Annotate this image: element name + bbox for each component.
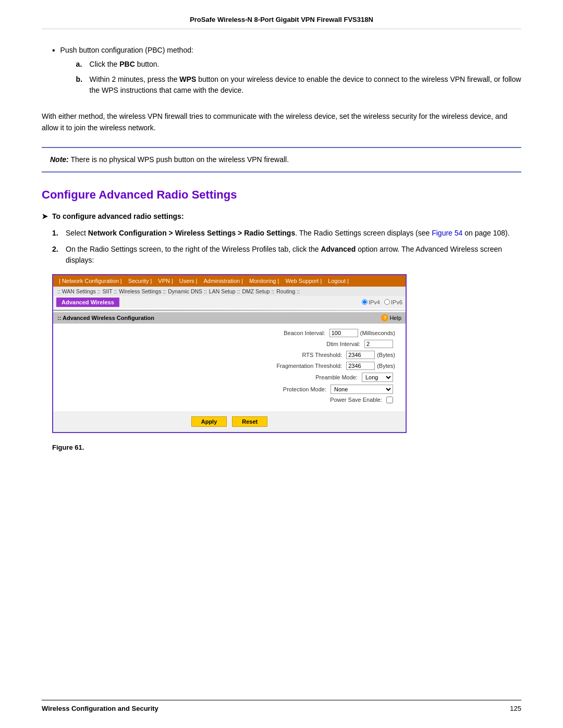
ss-button-row: Apply Reset xyxy=(53,411,406,432)
bullet-dot: • xyxy=(52,45,55,56)
ss-form-row-dtim: Dtim Interval: xyxy=(64,340,395,348)
intro-paragraph: With either method, the wireless VPN fir… xyxy=(42,110,521,134)
ss-radio-ipv4[interactable]: IPv4 xyxy=(362,299,380,305)
figure-label: Figure 61. xyxy=(52,443,521,451)
sub-label-a: a. xyxy=(76,59,87,70)
ss-form-row-frag: Fragmentation Threshold: (Bytes) xyxy=(64,362,395,370)
ss-label-beacon: Beacon Interval: xyxy=(221,330,325,336)
ss-nav-logout[interactable]: Logout | xyxy=(325,277,351,285)
bullet-item: • Push button configuration (PBC) method… xyxy=(52,45,521,100)
ss-label-rts: RTS Threshold: xyxy=(238,352,342,358)
ss-sub-routing[interactable]: Routing :: xyxy=(276,288,300,294)
ss-section-header: :: Advanced Wireless Configuration ? Hel… xyxy=(53,312,406,324)
task-heading-text: To configure advanced radio settings: xyxy=(52,212,184,220)
ss-sub-wan[interactable]: :: WAN Settings :: xyxy=(57,288,100,294)
screenshot: | Network Configuration | Security | VPN… xyxy=(52,274,407,433)
ss-sub-dmz[interactable]: DMZ Setup :: xyxy=(242,288,274,294)
ss-sub-lan[interactable]: LAN Setup :: xyxy=(209,288,240,294)
task-heading: ➤ To configure advanced radio settings: xyxy=(42,212,521,220)
ss-help-label: Help xyxy=(389,315,401,321)
ss-help-button[interactable]: ? Help xyxy=(381,314,401,322)
ss-input-beacon[interactable] xyxy=(329,329,358,337)
ss-label-powersave: Power Save Enable: xyxy=(278,397,382,403)
ss-nav-security[interactable]: Security | xyxy=(126,277,155,285)
ss-unit-frag: (Bytes) xyxy=(377,363,395,369)
numbered-item-1: 1. Select Network Configuration > Wirele… xyxy=(52,228,521,239)
bullet-text: Push button configuration (PBC) method: … xyxy=(60,45,521,100)
step-2-label: 2. xyxy=(52,244,64,266)
footer-page-number: 125 xyxy=(510,705,521,712)
ss-label-frag: Fragmentation Threshold: xyxy=(238,363,342,369)
ss-reset-button[interactable]: Reset xyxy=(232,416,267,427)
footer-left-text: Wireless Configuration and Security xyxy=(42,705,158,712)
sub-list: a. Click the PBC button. b. Within 2 min… xyxy=(76,59,521,96)
ss-form-row-rts: RTS Threshold: (Bytes) xyxy=(64,351,395,359)
ss-nav-network-config[interactable]: | Network Configuration | xyxy=(56,277,125,285)
numbered-item-2: 2. On the Radio Settings screen, to the … xyxy=(52,244,521,266)
ss-apply-button[interactable]: Apply xyxy=(191,416,227,427)
ss-input-frag[interactable] xyxy=(346,362,375,370)
ss-select-preamble[interactable]: Long Short xyxy=(362,373,393,382)
note-text: There is no physical WPS push button on … xyxy=(70,155,289,164)
ss-sub-nav: :: WAN Settings :: SIIT :: Wireless Sett… xyxy=(53,287,406,296)
numbered-list: 1. Select Network Configuration > Wirele… xyxy=(52,228,521,266)
ss-label-dtim: Dtim Interval: xyxy=(256,341,360,347)
ss-label-preamble: Preamble Mode: xyxy=(253,374,358,380)
ss-unit-rts: (Bytes) xyxy=(377,352,395,358)
ss-tab-row: Advanced Wireless IPv4 IPv6 xyxy=(53,296,406,309)
ss-nav-users[interactable]: Users | xyxy=(177,277,200,285)
ss-nav-monitoring[interactable]: Monitoring | xyxy=(247,277,282,285)
ss-label-protection: Protection Mode: xyxy=(222,386,326,392)
ss-input-dtim[interactable] xyxy=(364,340,393,348)
page-header: ProSafe Wireless-N 8-Port Gigabit VPN Fi… xyxy=(42,16,521,29)
step-1-label: 1. xyxy=(52,228,64,239)
sub-item-a: a. Click the PBC button. xyxy=(76,59,521,70)
note-box: Note: There is no physical WPS push butt… xyxy=(42,147,521,172)
note-label: Note: xyxy=(50,155,69,164)
ss-radio-ipv4-label: IPv4 xyxy=(369,299,380,305)
ss-section-title: :: Advanced Wireless Configuration xyxy=(57,315,154,321)
ss-sub-wireless[interactable]: Wireless Settings :: xyxy=(119,288,166,294)
ss-form-area: Beacon Interval: (Milliseconds) Dtim Int… xyxy=(53,324,406,411)
step-1-text: Select Network Configuration > Wireless … xyxy=(66,228,521,239)
ss-nav-bar: | Network Configuration | Security | VPN… xyxy=(53,275,406,287)
sub-label-b: b. xyxy=(76,74,87,96)
ss-form-row-powersave: Power Save Enable: xyxy=(64,397,395,403)
ss-radio-ipv6-input[interactable] xyxy=(384,299,390,305)
sub-text-a: Click the PBC button. xyxy=(90,59,521,70)
ss-nav-vpn[interactable]: VPN | xyxy=(155,277,176,285)
ss-nav-administration[interactable]: Administration | xyxy=(201,277,246,285)
ss-form-row-beacon: Beacon Interval: (Milliseconds) xyxy=(64,329,395,337)
header-title-text: ProSafe Wireless-N 8-Port Gigabit VPN Fi… xyxy=(190,16,373,23)
task-arrow: ➤ xyxy=(42,212,48,220)
ss-nav-websupport[interactable]: Web Support | xyxy=(283,277,324,285)
ss-tab-advanced-wireless[interactable]: Advanced Wireless xyxy=(56,298,119,307)
ss-form-row-protection: Protection Mode: None CTS-to-Self RTS/CT… xyxy=(64,385,395,394)
sub-text-b: Within 2 minutes, press the WPS button o… xyxy=(90,74,521,96)
sub-item-b: b. Within 2 minutes, press the WPS butto… xyxy=(76,74,521,96)
ss-divider xyxy=(53,310,406,311)
bullet-section: • Push button configuration (PBC) method… xyxy=(42,45,521,100)
ss-form-row-preamble: Preamble Mode: Long Short xyxy=(64,373,395,382)
ss-radio-group: IPv4 IPv6 xyxy=(362,299,402,305)
ss-input-rts[interactable] xyxy=(346,351,375,359)
ss-checkbox-powersave[interactable] xyxy=(386,397,393,403)
section-heading: Configure Advanced Radio Settings xyxy=(42,188,521,202)
figure-54-link[interactable]: Figure 54 xyxy=(432,229,462,237)
step-2-text: On the Radio Settings screen, to the rig… xyxy=(66,244,521,266)
ss-sub-siit[interactable]: SIIT :: xyxy=(102,288,117,294)
ss-radio-ipv6-label: IPv6 xyxy=(391,299,402,305)
ss-sub-ddns[interactable]: Dynamic DNS :: xyxy=(168,288,207,294)
ss-select-protection[interactable]: None CTS-to-Self RTS/CTS xyxy=(331,385,393,394)
ss-unit-beacon: (Milliseconds) xyxy=(360,330,395,336)
ss-radio-ipv4-input[interactable] xyxy=(362,299,368,305)
ss-radio-ipv6[interactable]: IPv6 xyxy=(384,299,402,305)
footer: Wireless Configuration and Security 125 xyxy=(42,700,521,712)
ss-help-icon: ? xyxy=(381,314,388,322)
